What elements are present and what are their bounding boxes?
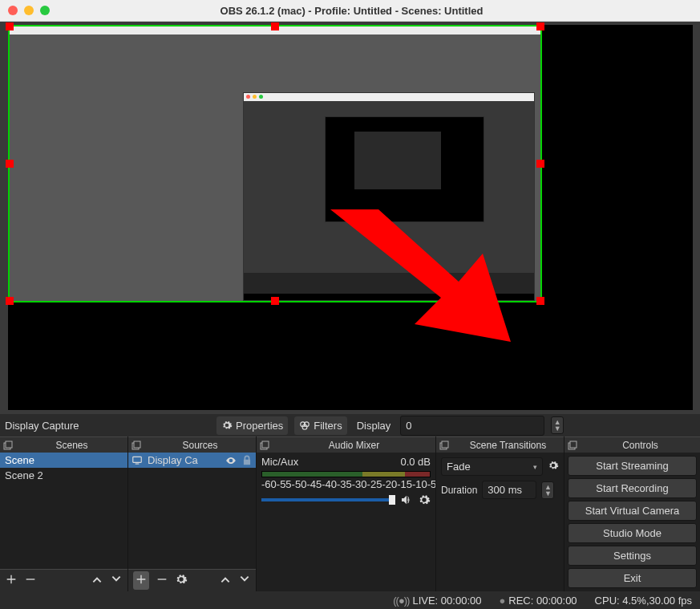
svg-rect-12 bbox=[442, 441, 448, 448]
mixer-channel: Mic/Aux 0.0 dB -60-55-50-45-40-35-30-25-… bbox=[257, 453, 435, 510]
minus-icon bbox=[24, 573, 37, 586]
source-item-label: Display Ca bbox=[148, 454, 221, 466]
audio-mixer-dock: Audio Mixer Mic/Aux 0.0 dB -60-55-50-45-… bbox=[257, 436, 436, 591]
resize-handle-top-right[interactable] bbox=[536, 22, 544, 30]
scene-item[interactable]: Scene 2 bbox=[0, 468, 127, 483]
move-scene-down-button[interactable] bbox=[110, 573, 123, 588]
source-toolbar: Display Capture Properties Filters Displ… bbox=[0, 414, 700, 436]
svg-rect-7 bbox=[134, 441, 140, 448]
scenes-list[interactable]: Scene Scene 2 bbox=[0, 453, 127, 569]
lock-icon[interactable] bbox=[241, 455, 253, 466]
sources-title: Sources bbox=[144, 440, 256, 451]
docks-row: Scenes Scene Scene 2 Sources bbox=[0, 436, 700, 591]
move-scene-up-button[interactable] bbox=[91, 573, 103, 588]
channel-name: Mic/Aux bbox=[261, 456, 298, 468]
resize-handle-top[interactable] bbox=[271, 22, 279, 30]
display-select[interactable]: 0 bbox=[400, 416, 544, 436]
resize-handle-bottom-right[interactable] bbox=[536, 297, 544, 305]
resize-handle-left[interactable] bbox=[6, 160, 14, 168]
mixer-popout-button[interactable] bbox=[257, 441, 273, 450]
vu-meter bbox=[261, 471, 431, 477]
controls-popout-button[interactable] bbox=[564, 441, 581, 450]
move-source-down-button[interactable] bbox=[238, 573, 251, 588]
svg-rect-8 bbox=[133, 457, 142, 462]
properties-button[interactable]: Properties bbox=[216, 416, 288, 435]
properties-label: Properties bbox=[236, 420, 283, 432]
controls-title: Controls bbox=[581, 440, 700, 451]
resize-handle-top-left[interactable] bbox=[6, 22, 14, 30]
scenes-popout-button[interactable] bbox=[0, 441, 16, 450]
filters-icon bbox=[299, 420, 310, 431]
scene-item[interactable]: Scene bbox=[0, 453, 127, 468]
popout-icon bbox=[3, 441, 13, 450]
duration-input[interactable]: 300 ms bbox=[482, 481, 536, 499]
gear-icon bbox=[221, 420, 233, 431]
preview-area bbox=[0, 22, 700, 414]
remove-scene-button[interactable] bbox=[24, 573, 37, 588]
window-title: OBS 26.1.2 (mac) - Profile: Untitled - S… bbox=[11, 5, 692, 17]
eye-icon[interactable] bbox=[225, 455, 237, 466]
start-virtual-camera-button[interactable]: Start Virtual Camera bbox=[568, 501, 697, 521]
transition-select[interactable]: Fade ▾ bbox=[441, 457, 543, 476]
svg-rect-10 bbox=[262, 441, 269, 448]
display-stepper[interactable]: ▲▼ bbox=[551, 416, 564, 434]
volume-slider[interactable] bbox=[261, 498, 395, 501]
duration-label: Duration bbox=[441, 485, 477, 496]
mixer-title: Audio Mixer bbox=[273, 440, 435, 451]
sources-dock: Sources Display Ca bbox=[128, 436, 257, 591]
chevron-down-icon bbox=[238, 573, 251, 586]
chevron-down-icon bbox=[110, 573, 123, 586]
plus-icon bbox=[5, 573, 18, 586]
add-scene-button[interactable] bbox=[5, 573, 18, 588]
add-source-button[interactable] bbox=[133, 571, 149, 590]
status-bar: LIVE: 00:00:00 REC: 00:00:00 CPU: 4.5%,3… bbox=[0, 591, 700, 609]
resize-handle-bottom-left[interactable] bbox=[6, 297, 14, 305]
transitions-dock: Scene Transitions Fade ▾ Duration 300 ms… bbox=[436, 436, 564, 591]
sources-popout-button[interactable] bbox=[128, 441, 144, 450]
selected-source-name: Display Capture bbox=[3, 420, 210, 432]
resize-handle-bottom[interactable] bbox=[271, 297, 279, 305]
remove-source-button[interactable] bbox=[156, 573, 168, 588]
status-cpu: CPU: 4.5%,30.00 fps bbox=[595, 595, 692, 607]
display-icon bbox=[132, 455, 143, 466]
transition-settings-button[interactable] bbox=[548, 460, 559, 473]
transitions-title: Scene Transitions bbox=[452, 440, 564, 451]
popout-icon bbox=[439, 441, 449, 450]
display-select-value: 0 bbox=[406, 420, 411, 432]
scenes-title: Scenes bbox=[16, 440, 127, 451]
transitions-popout-button[interactable] bbox=[436, 441, 452, 450]
settings-button[interactable]: Settings bbox=[568, 546, 697, 566]
display-param-label: Display bbox=[354, 420, 395, 432]
duration-stepper[interactable]: ▲▼ bbox=[541, 481, 554, 499]
controls-dock: Controls Start Streaming Start Recording… bbox=[564, 436, 700, 591]
source-item[interactable]: Display Ca bbox=[128, 453, 256, 468]
svg-rect-5 bbox=[6, 441, 12, 448]
gear-icon bbox=[548, 460, 559, 471]
popout-icon bbox=[132, 441, 141, 450]
filters-button[interactable]: Filters bbox=[294, 416, 346, 435]
speaker-icon[interactable] bbox=[400, 493, 413, 506]
chevron-up-icon bbox=[219, 573, 232, 586]
sources-list[interactable]: Display Ca bbox=[128, 453, 256, 569]
popout-icon bbox=[260, 441, 269, 450]
resize-handle-right[interactable] bbox=[536, 160, 544, 168]
minus-icon bbox=[156, 573, 168, 586]
start-streaming-button[interactable]: Start Streaming bbox=[568, 456, 697, 476]
start-recording-button[interactable]: Start Recording bbox=[568, 478, 697, 498]
vu-ticks: -60-55-50-45-40-35-30-25-20-15-10-50 bbox=[261, 478, 431, 490]
source-properties-button[interactable] bbox=[175, 573, 188, 588]
studio-mode-button[interactable]: Studio Mode bbox=[568, 523, 697, 543]
move-source-up-button[interactable] bbox=[219, 573, 232, 588]
status-live: LIVE: 00:00:00 bbox=[393, 595, 481, 607]
chevron-up-icon bbox=[91, 573, 103, 586]
gear-icon bbox=[175, 573, 188, 586]
filters-label: Filters bbox=[314, 420, 342, 432]
channel-level: 0.0 dB bbox=[400, 456, 431, 468]
svg-rect-14 bbox=[570, 441, 577, 448]
exit-button[interactable]: Exit bbox=[568, 568, 697, 588]
gear-icon[interactable] bbox=[418, 493, 431, 506]
chevron-down-icon: ▾ bbox=[533, 463, 537, 471]
preview-canvas[interactable] bbox=[8, 25, 693, 410]
selected-source-bounds[interactable] bbox=[8, 25, 542, 302]
scenes-dock: Scenes Scene Scene 2 bbox=[0, 436, 128, 591]
